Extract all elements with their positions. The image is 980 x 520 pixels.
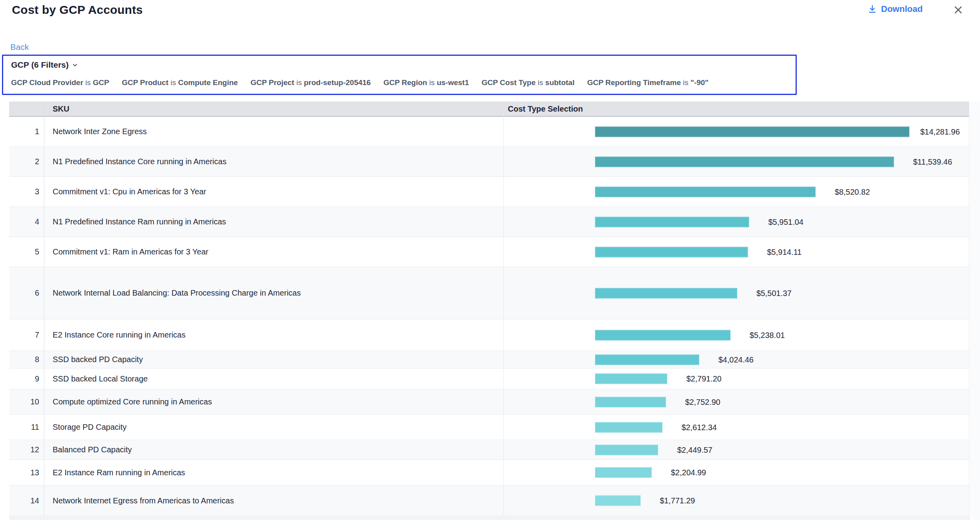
filter-summary-label: GCP (6 Filters): [11, 60, 68, 70]
cost-value-label: $4,024.46: [718, 355, 754, 364]
sku-cell: Storage PD Capacity: [53, 415, 502, 440]
cost-bar: [595, 354, 699, 365]
scrollbar-gutter[interactable]: [969, 102, 980, 520]
cost-value-label: $5,238.01: [750, 330, 785, 340]
cost-value-label: $2,204.99: [671, 468, 706, 477]
cost-bar: [595, 156, 894, 167]
table-row: 4N1 Predefined Instance Ram running in A…: [9, 207, 969, 237]
sku-cell: E2 Instance Ram running in Americas: [53, 460, 502, 485]
cost-bar-cell: $2,449.57: [503, 440, 969, 459]
cost-bar: [595, 186, 816, 197]
table-body: 1Network Inter Zone Egress$14,281.962N1 …: [9, 117, 969, 516]
sku-cell: Network Internet Egress from Americas to…: [53, 486, 502, 516]
download-button[interactable]: Download: [868, 4, 923, 14]
sku-cell: N1 Predefined Instance Ram running in Am…: [53, 207, 502, 237]
sku-cell: Commitment v1: Cpu in Americas for 3 Yea…: [53, 177, 502, 207]
filter-panel: GCP (6 Filters) GCP Cloud Provider is GC…: [2, 55, 797, 95]
table-row: 8SSD backed PD Capacity$4,024.46: [9, 351, 969, 368]
sku-cell: SSD backed Local Storage: [53, 368, 502, 389]
row-number: 8: [9, 351, 39, 368]
filter-chip-4[interactable]: GCP Cost Type is subtotal: [482, 78, 575, 87]
cost-bar-cell: $5,238.01: [503, 319, 969, 351]
row-number: 13: [9, 460, 39, 485]
cost-bar-cell: $8,520.82: [503, 177, 969, 207]
filter-chip-0[interactable]: GCP Cloud Provider is GCP: [11, 78, 109, 87]
cost-bar: [595, 495, 641, 506]
table-row: 6Network Internal Load Balancing: Data P…: [9, 267, 969, 319]
row-number: 4: [9, 207, 39, 237]
sku-cell: E2 Instance Core running in Americas: [53, 319, 502, 351]
cost-value-label: $1,771.29: [660, 496, 695, 505]
column-header-cost-type-selection[interactable]: Cost Type Selection: [508, 102, 583, 116]
cost-value-label: $2,612.34: [682, 423, 717, 432]
cost-value-label: $5,501.37: [756, 288, 792, 298]
cost-bar: [595, 444, 658, 455]
filter-chip-2[interactable]: GCP Project is prod-setup-205416: [251, 78, 371, 87]
sku-cell: SSD backed PD Capacity: [53, 351, 502, 368]
cost-bar: [595, 288, 737, 298]
cost-table: SKU Cost Type Selection 1Network Inter Z…: [9, 102, 969, 516]
table-row: 2N1 Predefined Instance Core running in …: [9, 147, 969, 177]
table-row: 1Network Inter Zone Egress$14,281.96: [9, 117, 969, 147]
cost-value-label: $8,520.82: [835, 187, 870, 196]
column-divider-chart: [503, 102, 504, 516]
cost-bar-cell: $5,914.11: [503, 237, 969, 267]
row-number: 1: [9, 117, 39, 146]
filter-chip-3[interactable]: GCP Region is us-west1: [384, 78, 469, 87]
row-number: 9: [9, 368, 39, 389]
sku-cell: Network Inter Zone Egress: [53, 117, 502, 146]
cost-bar-cell: $14,281.96: [503, 117, 969, 146]
row-number: 10: [9, 389, 39, 414]
cost-bar-cell: $11,539.46: [503, 147, 969, 176]
table-row: 3Commitment v1: Cpu in Americas for 3 Ye…: [9, 177, 969, 207]
row-number: 2: [9, 147, 39, 176]
sku-cell: Commitment v1: Ram in Americas for 3 Yea…: [53, 237, 502, 267]
cost-value-label: $2,449.57: [677, 445, 712, 454]
table-row: 9SSD backed Local Storage$2,791.20: [9, 368, 969, 389]
table-row: 7E2 Instance Core running in Americas$5,…: [9, 319, 969, 351]
table-row: 14Network Internet Egress from Americas …: [9, 486, 969, 516]
cost-bar: [595, 330, 731, 340]
sku-cell: N1 Predefined Instance Core running in A…: [53, 147, 502, 176]
cost-bar-cell: $1,771.29: [503, 486, 969, 516]
cost-bar: [595, 374, 667, 384]
cost-bar: [595, 247, 748, 257]
sku-cell: Network Internal Load Balancing: Data Pr…: [53, 267, 502, 319]
back-link[interactable]: Back: [10, 42, 29, 52]
download-icon: [868, 4, 877, 14]
cost-bar-cell: $4,024.46: [503, 351, 969, 368]
cost-bar-cell: $5,951.04: [503, 207, 969, 237]
row-number: 14: [9, 486, 39, 516]
filter-list: GCP Cloud Provider is GCPGCP Product is …: [11, 78, 708, 87]
cost-value-label: $5,951.04: [768, 217, 803, 226]
filter-summary-toggle[interactable]: GCP (6 Filters): [11, 60, 78, 70]
cost-bar-cell: $2,752.90: [503, 389, 969, 414]
chevron-down-icon: [72, 62, 78, 68]
table-bottom-edge: [9, 515, 969, 520]
table-row: 10Compute optimized Core running in Amer…: [9, 389, 969, 415]
table-row: 13E2 Instance Ram running in Americas$2,…: [9, 460, 969, 486]
close-icon: [952, 4, 964, 16]
cost-value-label: $5,914.11: [767, 247, 802, 256]
row-number: 7: [9, 319, 39, 351]
cost-value-label: $2,791.20: [686, 374, 722, 383]
cost-bar-cell: $5,501.37: [503, 267, 969, 319]
table-row: 5Commitment v1: Ram in Americas for 3 Ye…: [9, 237, 969, 267]
row-number: 11: [9, 415, 39, 440]
table-header-row: SKU Cost Type Selection: [9, 102, 969, 117]
cost-bar-cell: $2,204.99: [503, 460, 969, 485]
cost-bar: [595, 422, 663, 433]
cost-bar-cell: $2,791.20: [503, 368, 969, 389]
cost-bar-cell: $2,612.34: [503, 415, 969, 440]
close-button[interactable]: [952, 4, 964, 16]
filter-chip-1[interactable]: GCP Product is Compute Engine: [122, 78, 238, 87]
cost-bar: [595, 467, 652, 478]
cost-value-label: $11,539.46: [913, 157, 952, 166]
filter-chip-5[interactable]: GCP Reporting Timeframe is "-90": [587, 78, 708, 87]
sku-cell: Compute optimized Core running in Americ…: [53, 389, 502, 414]
cost-bar: [595, 397, 666, 407]
column-header-sku[interactable]: SKU: [53, 102, 69, 116]
sku-cell: Balanced PD Capacity: [53, 440, 502, 459]
cost-bar: [595, 126, 910, 137]
row-number: 5: [9, 237, 39, 267]
